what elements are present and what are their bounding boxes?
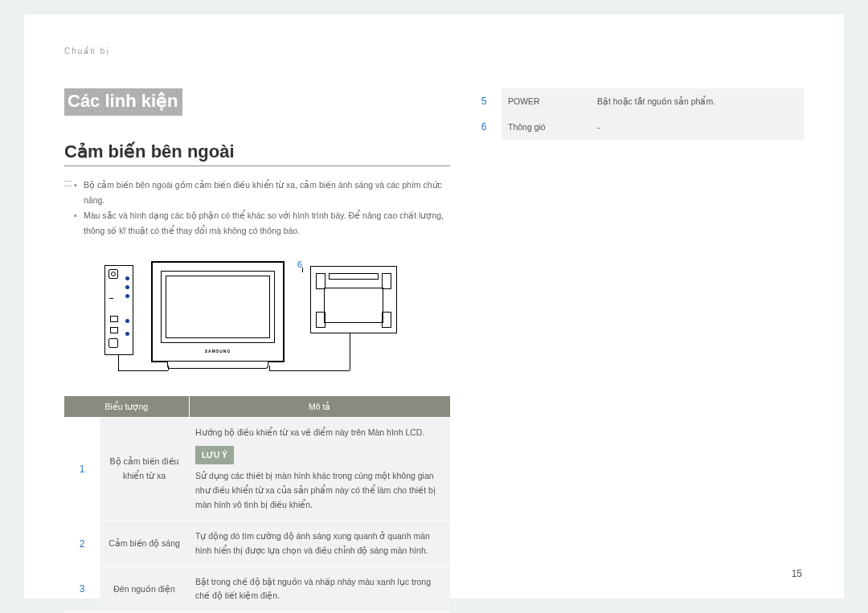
table-row: 2 Cảm biến độ sáng Tự động dò tìm cường …	[64, 521, 450, 566]
manual-page: Chuẩn bị Các linh kiện Cảm biến bên ngoà…	[24, 14, 844, 599]
intro-bullet: Bộ cảm biến bên ngoài gồm cảm biến điều …	[74, 178, 450, 208]
note-badge: LƯU Ý	[195, 446, 234, 464]
table-header-row: Biểu tượng Mô tả	[64, 396, 450, 418]
row-number: 1	[64, 417, 100, 521]
diagram-callout-2	[125, 285, 129, 289]
row-name: POWER	[502, 88, 591, 114]
diagram-port-icon	[108, 269, 118, 279]
row-desc-text: Hướng bộ điều khiển từ xa về điểm này tr…	[195, 426, 444, 440]
diagram-button-icon	[110, 327, 118, 333]
row-name: Đèn nguồn điện	[100, 566, 189, 612]
sub-section-title: Cảm biến bên ngoài	[64, 141, 450, 166]
diagram-callout-4	[125, 319, 129, 323]
table-header-icon: Biểu tượng	[64, 396, 189, 418]
row-desc: Bật trong chế độ bật nguồn và nhấp nháy …	[189, 566, 450, 612]
row-number: 2	[64, 521, 100, 566]
table-row: 1 Bộ cảm biến điều khiển từ xa Hướng bộ …	[64, 417, 450, 521]
table-row: 3 Đèn nguồn điện Bật trong chế độ bật ng…	[64, 566, 450, 612]
diagram-led-icon	[109, 298, 113, 299]
sensor-diagram: SAMSUNG 6	[64, 261, 410, 382]
breadcrumb: Chuẩn bị	[64, 47, 110, 55]
row-number: 3	[64, 566, 100, 612]
row-desc: Tự động dò tìm cường độ ánh sáng xung qu…	[189, 521, 450, 566]
diagram-sensor-panel	[104, 265, 133, 355]
spec-table-continued: 5 POWER Bật hoặc tắt nguồn sản phẩm. 6 T…	[466, 88, 804, 140]
row-number: 5	[466, 88, 502, 114]
monitor-brand-label: SAMSUNG	[153, 349, 283, 353]
row-desc-note: Sử dụng các thiết bị màn hình khác trong…	[195, 469, 444, 513]
row-desc: -	[591, 114, 804, 140]
intro-bullet: Màu sắc và hình dạng các bộ phận có thể …	[74, 208, 450, 239]
diagram-port-icon	[108, 338, 118, 348]
row-desc: Hướng bộ điều khiển từ xa về điểm này tr…	[189, 417, 450, 521]
diagram-button-icon	[110, 316, 118, 322]
spec-table: Biểu tượng Mô tả 1 Bộ cảm biến điều khiể…	[64, 396, 450, 613]
table-header-desc: Mô tả	[189, 396, 450, 418]
row-name: Cảm biến độ sáng	[100, 521, 189, 566]
row-name: Bộ cảm biến điều khiển từ xa	[100, 417, 189, 521]
left-column: Các linh kiện Cảm biến bên ngoài Bộ cảm …	[64, 88, 450, 613]
diagram-callout-5	[125, 332, 129, 336]
row-name: Thông gió	[502, 114, 591, 140]
intro-notes: Bộ cảm biến bên ngoài gồm cảm biến điều …	[64, 178, 450, 239]
table-row: 5 POWER Bật hoặc tắt nguồn sản phẩm.	[466, 88, 804, 114]
diagram-callout-1	[125, 276, 129, 280]
diagram-monitor: SAMSUNG	[151, 261, 285, 362]
note-marker-icon	[64, 181, 72, 186]
diagram-callout-3	[125, 294, 129, 298]
right-column: 5 POWER Bật hoặc tắt nguồn sản phẩm. 6 T…	[466, 88, 804, 140]
row-desc: Bật hoặc tắt nguồn sản phẩm.	[591, 88, 804, 114]
table-row: 6 Thông gió -	[466, 114, 804, 140]
section-title: Các linh kiện	[64, 88, 182, 116]
row-number: 6	[466, 114, 502, 140]
diagram-rear-panel	[310, 266, 397, 333]
page-number: 15	[792, 568, 802, 579]
